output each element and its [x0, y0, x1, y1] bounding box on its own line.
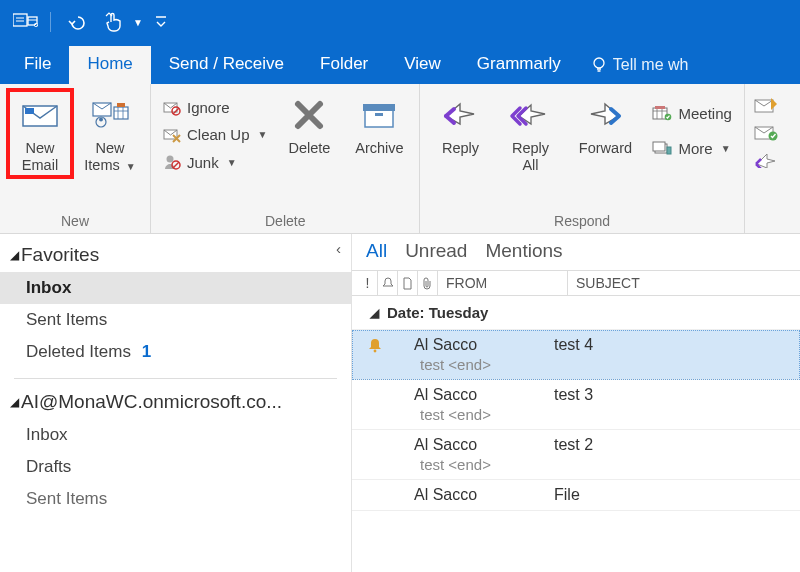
nav-item-account-sent[interactable]: Sent Items: [0, 483, 351, 515]
nav-item-deleted[interactable]: Deleted Items 1: [0, 336, 351, 368]
delete-button[interactable]: Delete: [277, 90, 341, 161]
date-group-label: Date: Tuesday: [387, 304, 488, 321]
reminder-column-icon[interactable]: [378, 271, 398, 295]
message-row[interactable]: Al Sacco test 3 test <end>: [352, 380, 800, 430]
touch-mode-dropdown-icon[interactable]: ▼: [133, 17, 143, 28]
nav-item-inbox[interactable]: Inbox: [0, 272, 351, 304]
meeting-button[interactable]: Meeting: [648, 102, 735, 125]
message-row[interactable]: Al Sacco test 4 test <end>: [352, 330, 800, 380]
junk-button[interactable]: Junk ▼: [159, 150, 271, 174]
archive-icon: [361, 94, 397, 136]
from-column-header[interactable]: FROM: [438, 271, 568, 295]
quickstep-icon-1[interactable]: [753, 96, 779, 116]
deleted-count: 1: [142, 342, 151, 361]
ignore-button[interactable]: Ignore: [159, 96, 271, 119]
lightbulb-icon: [591, 56, 607, 74]
junk-label: Junk: [187, 154, 219, 171]
nav-divider: [14, 378, 337, 379]
svg-rect-17: [363, 104, 395, 111]
clean-up-button[interactable]: Clean Up ▼: [159, 123, 271, 146]
message-from: Al Sacco: [414, 336, 554, 354]
message-preview: test <end>: [358, 456, 800, 473]
reply-all-icon: [509, 94, 551, 136]
svg-rect-24: [667, 147, 671, 154]
reply-label: Reply: [442, 140, 479, 157]
chevron-down-icon: ▼: [258, 129, 268, 140]
message-subject: test 4: [554, 336, 800, 354]
tab-home[interactable]: Home: [69, 46, 150, 84]
message-filter-bar: All Unread Mentions: [352, 234, 800, 270]
tab-view[interactable]: View: [386, 46, 459, 84]
outlook-calendar-icon[interactable]: [12, 8, 40, 36]
favorites-label: Favorites: [21, 244, 99, 266]
message-list-pane: All Unread Mentions ! FROM SUBJECT ◢ Dat…: [352, 234, 800, 572]
message-preview: test <end>: [358, 356, 800, 373]
message-row[interactable]: Al Sacco File: [352, 480, 800, 511]
reminder-bell-icon: [358, 338, 414, 353]
undo-icon[interactable]: [61, 8, 89, 36]
attachment-column-icon[interactable]: [418, 271, 438, 295]
tell-me-search[interactable]: Tell me wh: [579, 48, 689, 84]
customize-qat-icon[interactable]: [153, 8, 169, 36]
more-respond-button[interactable]: More ▼: [648, 137, 735, 160]
filter-unread[interactable]: Unread: [405, 240, 467, 262]
account-label: AI@MonaWC.onmicrosoft.co...: [21, 391, 282, 413]
svg-rect-5: [25, 108, 34, 114]
quick-access-toolbar: ▼: [0, 0, 800, 44]
svg-point-3: [594, 58, 604, 68]
date-group-header[interactable]: ◢ Date: Tuesday: [352, 296, 800, 330]
message-row[interactable]: Al Sacco test 2 test <end>: [352, 430, 800, 480]
reply-button[interactable]: Reply: [428, 90, 492, 161]
message-from: Al Sacco: [414, 486, 554, 504]
quickstep-icon-3[interactable]: [753, 150, 779, 168]
svg-rect-23: [653, 142, 665, 151]
tab-file[interactable]: File: [6, 46, 69, 84]
ribbon-group-respond: Reply Reply All Forward Meeting: [420, 84, 744, 233]
message-from: Al Sacco: [414, 436, 554, 454]
more-icon: [652, 141, 672, 157]
touch-mode-icon[interactable]: [99, 8, 127, 36]
message-from: Al Sacco: [414, 386, 554, 404]
filter-mentions[interactable]: Mentions: [485, 240, 562, 262]
archive-label: Archive: [355, 140, 403, 157]
tab-send-receive[interactable]: Send / Receive: [151, 46, 302, 84]
meeting-label: Meeting: [678, 105, 731, 122]
forward-button[interactable]: Forward: [568, 90, 642, 161]
group-caption-delete: Delete: [159, 209, 411, 231]
ribbon-tabstrip: File Home Send / Receive Folder View Gra…: [0, 44, 800, 84]
message-subject: test 3: [554, 386, 800, 404]
message-subject: test 2: [554, 436, 800, 454]
collapse-pane-icon[interactable]: ‹: [336, 240, 341, 257]
icon-column-icon[interactable]: [398, 271, 418, 295]
nav-item-account-inbox[interactable]: Inbox: [0, 419, 351, 451]
nav-item-account-drafts[interactable]: Drafts: [0, 451, 351, 483]
content-area: ‹ ◢ Favorites Inbox Sent Items Deleted I…: [0, 234, 800, 572]
archive-button[interactable]: Archive: [347, 90, 411, 161]
importance-column-icon[interactable]: !: [358, 271, 378, 295]
tab-folder[interactable]: Folder: [302, 46, 386, 84]
ribbon: New Email New Items ▼ New Ignore Clean U…: [0, 84, 800, 234]
expand-triangle-icon: ◢: [370, 306, 379, 320]
clean-up-label: Clean Up: [187, 126, 250, 143]
svg-point-14: [167, 156, 174, 163]
separator: [50, 12, 51, 32]
favorites-header[interactable]: ◢ Favorites: [0, 240, 351, 272]
group-caption-new: New: [8, 209, 142, 231]
subject-column-header[interactable]: SUBJECT: [568, 275, 800, 291]
tab-grammarly[interactable]: Grammarly: [459, 46, 579, 84]
forward-icon: [585, 94, 625, 136]
quickstep-icon-2[interactable]: [753, 124, 779, 142]
new-email-button[interactable]: New Email: [8, 90, 72, 177]
account-header[interactable]: ◢ AI@MonaWC.onmicrosoft.co...: [0, 387, 351, 419]
reply-all-button[interactable]: Reply All: [498, 90, 562, 177]
reply-icon: [440, 94, 480, 136]
chevron-down-icon: ▼: [227, 157, 237, 168]
new-items-button[interactable]: New Items ▼: [78, 90, 142, 177]
filter-all[interactable]: All: [366, 240, 387, 262]
delete-label: Delete: [288, 140, 330, 157]
expand-triangle-icon: ◢: [10, 248, 19, 262]
svg-rect-20: [655, 106, 665, 109]
column-header-row[interactable]: ! FROM SUBJECT: [352, 270, 800, 296]
nav-item-sent[interactable]: Sent Items: [0, 304, 351, 336]
forward-label: Forward: [579, 140, 632, 157]
